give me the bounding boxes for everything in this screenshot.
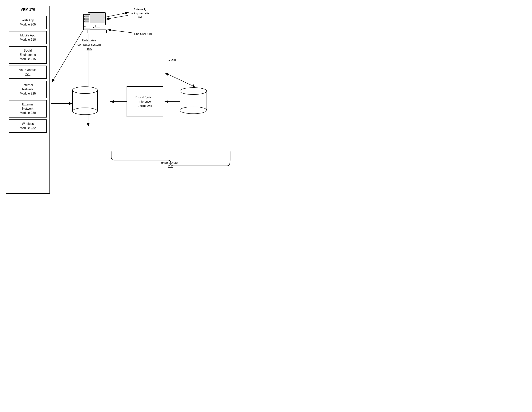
module-social-eng: SocialEngineeringModule 215 bbox=[9, 46, 47, 64]
vrm-box: VRM 170 Web AppModule 205 Mobile AppModu… bbox=[6, 6, 50, 194]
inference-engine-label: Expert SystemInferenceEngine 245 bbox=[135, 95, 154, 108]
svg-line-18 bbox=[108, 30, 134, 33]
svg-point-30 bbox=[180, 107, 207, 114]
module-web-app: Web AppModule 205 bbox=[9, 16, 47, 29]
svg-line-15 bbox=[52, 30, 83, 83]
svg-rect-6 bbox=[87, 30, 106, 33]
svg-rect-11 bbox=[84, 18, 89, 20]
db-vrm-label: VRMVulnerabilityDatabase 240 bbox=[73, 94, 91, 108]
db-vrm-ref: 240 bbox=[86, 104, 91, 107]
svg-point-23 bbox=[73, 87, 97, 94]
expert-system-ref: 235 bbox=[168, 165, 173, 168]
svg-rect-14 bbox=[84, 29, 90, 30]
module-social-eng-label: SocialEngineeringModule 215 bbox=[19, 49, 36, 61]
svg-rect-4 bbox=[96, 25, 98, 27]
svg-rect-5 bbox=[94, 27, 100, 28]
module-external-net-ref: 230 bbox=[31, 111, 36, 114]
module-voip: VoIP Module220 bbox=[9, 66, 47, 79]
db-knowledge-label: Expert SystemKnowledge Base250 bbox=[180, 94, 202, 108]
module-mobile-app-ref: 210 bbox=[31, 38, 36, 41]
db-vrm-text: VRMVulnerabilityDatabase 240 bbox=[73, 95, 91, 108]
diagram: VRM 170 Web AppModule 205 Mobile AppModu… bbox=[0, 0, 266, 206]
module-wireless: WirelessModule 232 bbox=[9, 120, 47, 133]
enterprise-text: Enterprisecomputer system105 bbox=[77, 39, 101, 51]
module-voip-ref: 220 bbox=[25, 73, 30, 76]
svg-line-17 bbox=[106, 15, 128, 19]
label-200: 200 bbox=[171, 58, 176, 62]
svg-rect-10 bbox=[84, 16, 89, 17]
module-wireless-label: WirelessModule 232 bbox=[20, 122, 36, 130]
inference-engine-ref: 245 bbox=[147, 104, 152, 107]
inference-engine-box: Expert SystemInferenceEngine 245 bbox=[127, 86, 163, 117]
module-internal-net-label: InternalNetworkModule 225 bbox=[20, 83, 36, 95]
svg-rect-3 bbox=[89, 13, 104, 23]
module-social-eng-ref: 215 bbox=[31, 57, 36, 61]
external-site-ref: 107 bbox=[138, 16, 142, 19]
svg-line-31 bbox=[165, 73, 194, 86]
svg-rect-2 bbox=[88, 12, 105, 25]
module-mobile-app-label: Mobile AppModule 210 bbox=[20, 34, 36, 41]
module-mobile-app: Mobile AppModule 210 bbox=[9, 31, 47, 44]
svg-rect-9 bbox=[83, 14, 90, 30]
module-web-app-label: Web AppModule 205 bbox=[20, 19, 36, 26]
db-knowledge-ref: 250 bbox=[189, 104, 193, 107]
svg-point-24 bbox=[73, 108, 97, 115]
module-internal-net: InternalNetworkModule 225 bbox=[9, 81, 47, 98]
svg-rect-12 bbox=[84, 21, 89, 22]
expert-system-text: expert system235 bbox=[111, 161, 230, 168]
svg-line-16 bbox=[104, 12, 128, 17]
enterprise-label: Enterprisecomputer system105 bbox=[73, 38, 105, 51]
svg-point-13 bbox=[84, 26, 86, 28]
module-voip-label: VoIP Module220 bbox=[19, 68, 37, 76]
module-external-net: ExternalNetworkModule 230 bbox=[9, 100, 47, 118]
module-internal-net-ref: 225 bbox=[31, 92, 36, 95]
external-site-text: Externallyfacing web site107 bbox=[130, 8, 149, 19]
enterprise-ref: 105 bbox=[87, 47, 92, 51]
svg-point-29 bbox=[180, 88, 207, 94]
module-wireless-ref: 232 bbox=[31, 126, 36, 130]
db-knowledge-text: Expert SystemKnowledge Base250 bbox=[180, 95, 202, 108]
module-web-app-ref: 205 bbox=[31, 23, 36, 26]
external-site-label: Externallyfacing web site107 bbox=[130, 7, 149, 19]
vrm-title: VRM 170 bbox=[6, 6, 49, 14]
end-user-text: End User 140 bbox=[134, 32, 152, 36]
expert-system-label: expert system235 bbox=[111, 161, 230, 168]
end-user-label: End User 140 bbox=[134, 32, 152, 36]
end-user-ref: 140 bbox=[147, 32, 152, 36]
module-external-net-label: ExternalNetworkModule 230 bbox=[20, 103, 36, 115]
